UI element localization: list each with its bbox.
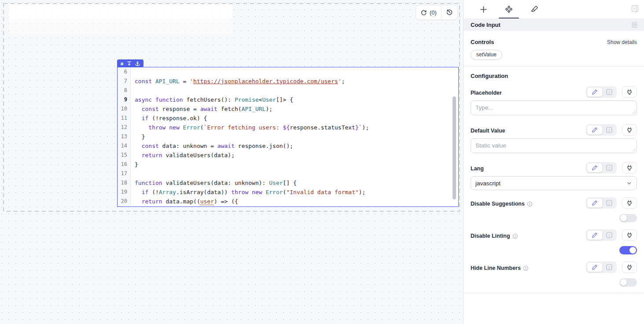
connect-data-button[interactable] [622,197,637,209]
field-disable-suggestions: Disable Suggestionsf [471,197,637,222]
edit-mode-button[interactable] [587,230,603,240]
placeholder-input[interactable] [471,100,637,115]
fx-mode-button[interactable]: f [603,163,616,173]
plug-icon [626,165,633,171]
line-number: 13 [118,132,131,141]
tab-add-component[interactable] [471,0,496,18]
code-line[interactable]: 11 if (!response.ok) { [118,114,458,123]
refresh-button[interactable]: (0) [416,5,441,19]
code-line[interactable]: 16} [118,160,458,169]
pencil-icon [592,89,598,95]
history-button[interactable] [442,5,457,19]
code-line[interactable]: 10 const response = await fetch(API_URL)… [118,104,458,114]
disable-suggestions-toggle[interactable] [619,214,637,222]
brush-icon [530,5,538,13]
plug-icon [626,232,633,238]
info-icon[interactable] [523,265,529,271]
code-line[interactable]: 18function validateUsers(data: unknown):… [118,178,458,188]
hide-line-numbers-toggle[interactable] [619,278,637,287]
line-number: 16 [118,160,131,169]
editor-scrollbar[interactable] [453,96,456,199]
code-text: function validateUsers(data: unknown): U… [131,178,297,188]
line-number: 19 [118,188,131,197]
connect-data-button[interactable] [622,261,637,273]
fx-mode-button[interactable]: f [603,87,616,97]
line-number: 18 [118,178,131,188]
widget-badge[interactable]: a [117,59,144,67]
control-methods: setValue [471,50,637,60]
docs-icon[interactable] [631,22,638,28]
line-number: 12 [118,123,131,132]
control-method-chip[interactable]: setValue [471,50,502,60]
code-line[interactable]: 7const API_URL = 'https://jsonplaceholde… [118,77,458,86]
code-line[interactable]: 21 id: user.id, [118,206,458,206]
code-line[interactable]: 17 [118,169,458,178]
code-text: async function fetchUsers(): Promise<Use… [131,95,293,104]
pencil-icon [592,165,598,171]
code-line[interactable]: 19 if (!Array.isArray(data)) throw new E… [118,188,458,197]
code-text [131,169,135,178]
canvas-toolbar: (0) [416,5,458,20]
fx-mode-button[interactable]: f [603,125,616,135]
show-details-button[interactable]: Show details [607,39,637,45]
field-label: Disable Suggestions [471,201,525,207]
svg-text:f: f [609,265,611,269]
move-down-icon[interactable] [127,61,132,66]
lang-select[interactable]: javascript [471,176,637,190]
svg-text:f: f [609,233,611,237]
svg-text:f: f [609,166,611,170]
canvas[interactable]: (0) a [0,0,463,324]
edit-mode-button[interactable] [587,163,603,173]
code-line[interactable]: 14 const data: unknown = await response.… [118,141,458,151]
code-line[interactable]: 9async function fetchUsers(): Promise<Us… [118,95,458,104]
edit-mode-button[interactable] [587,87,603,97]
fx-mode-button[interactable]: f [603,198,616,208]
line-number: 20 [118,197,131,206]
edit-mode-button[interactable] [587,198,603,208]
field-label: Default Value [471,128,505,134]
fx-mode-button[interactable]: f [603,230,616,240]
code-line[interactable]: 6 [118,67,458,77]
fx-icon: f [606,232,612,238]
code-line[interactable]: 13 } [118,132,458,141]
disable-linting-toggle[interactable] [619,246,637,254]
tab-component-inspector[interactable] [496,0,522,18]
code-editor[interactable]: 67const API_URL = 'https://jsonplacehold… [118,67,458,206]
field-disable-linting: Disable Lintingf [471,229,637,254]
connect-data-button[interactable] [622,229,637,241]
input-mode-segmented: f [586,86,617,98]
connect-data-button[interactable] [622,86,637,98]
code-line[interactable]: 12 throw new Error(`Error fetching users… [118,123,458,132]
tab-style[interactable] [522,0,547,18]
field-lang: Langfjavascript [471,162,637,190]
code-text: } [131,132,145,141]
code-line[interactable]: 15 return validateUsers(data); [118,151,458,160]
info-icon[interactable] [512,233,518,239]
toggle-knob [629,247,636,254]
code-input-widget[interactable]: a 67const API_URL = 'https://jsonplaceho… [117,67,459,207]
refresh-count: (0) [430,9,437,16]
anchor-icon[interactable] [135,61,140,66]
field-default-value: Default Valuef [471,124,637,155]
collapse-panel-button[interactable] [631,5,639,12]
field-label: Lang [471,166,484,172]
code-line[interactable]: 8 [118,86,458,95]
plug-icon [626,264,633,270]
code-text: return validateUsers(data); [131,151,235,160]
edit-mode-button[interactable] [587,262,603,272]
code-text: const response = await fetch(API_URL); [131,104,272,114]
code-lines: 67const API_URL = 'https://jsonplacehold… [118,67,458,206]
bottom-divider [464,293,644,293]
toggle-knob [620,279,627,286]
components-icon [505,5,513,13]
panel-body: Controls Show details setValue Configura… [464,39,644,293]
default-value-input[interactable] [471,138,637,153]
fx-mode-button[interactable]: f [603,262,616,272]
svg-text:f: f [609,201,611,205]
connect-data-button[interactable] [622,162,637,173]
info-icon[interactable] [527,201,533,207]
connect-data-button[interactable] [622,124,637,136]
code-line[interactable]: 20 return data.map((user) => ({ [118,197,458,206]
configuration-fields: PlaceholderfDefault ValuefLangfjavascrip… [471,86,637,287]
edit-mode-button[interactable] [587,125,603,135]
